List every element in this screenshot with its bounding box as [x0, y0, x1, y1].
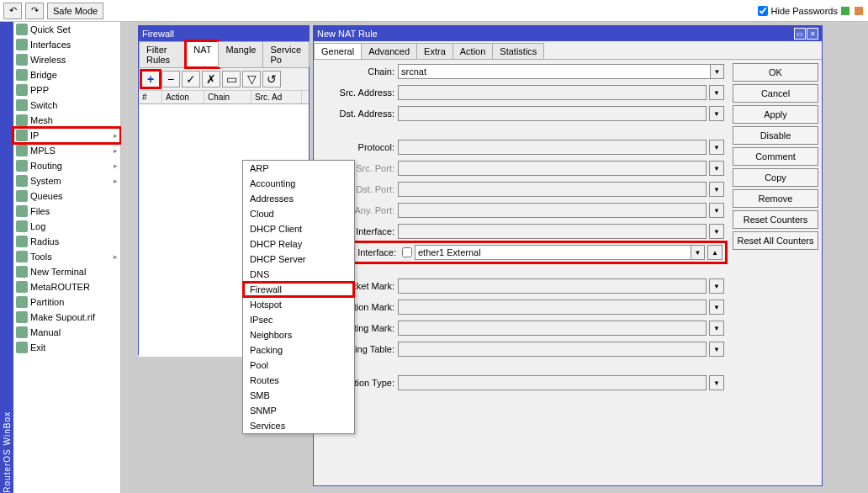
sidebar-item-wireless[interactable]: Wireless	[13, 52, 120, 67]
tab-statistics[interactable]: Statistics	[492, 43, 544, 59]
sidebar-item-system[interactable]: System	[13, 173, 120, 188]
sidebar-item-partition[interactable]: Partition	[13, 294, 120, 310]
column-header[interactable]: Src. Ad	[251, 91, 302, 103]
sidebar-item-tools[interactable]: Tools	[13, 249, 120, 264]
add-button[interactable]: +	[141, 71, 160, 87]
submenu-item-cloud[interactable]: Cloud	[243, 206, 354, 221]
sidebar-item-new-terminal[interactable]: New Terminal	[13, 264, 120, 279]
dst-address-input[interactable]	[398, 106, 707, 121]
sidebar-item-bridge[interactable]: Bridge	[13, 67, 120, 82]
disable-button[interactable]: Disable	[733, 126, 818, 145]
submenu-item-smb[interactable]: SMB	[243, 388, 354, 403]
any-port-expand[interactable]: ▼	[709, 203, 724, 218]
tab-mangle[interactable]: Mangle	[218, 41, 263, 67]
cancel-button[interactable]: Cancel	[733, 84, 818, 103]
sidebar-item-log[interactable]: Log	[13, 219, 120, 234]
submenu-item-firewall[interactable]: Firewall	[243, 282, 354, 297]
sidebar-item-make-supout.rif[interactable]: Make Supout.rif	[13, 310, 120, 325]
enable-button[interactable]: ✓	[182, 71, 200, 87]
protocol-input[interactable]	[398, 140, 707, 155]
out-interface-collapse[interactable]: ▲	[707, 245, 722, 260]
submenu-item-dns[interactable]: DNS	[243, 267, 354, 282]
column-header[interactable]: Chain	[204, 91, 251, 103]
tab-action[interactable]: Action	[453, 43, 494, 59]
src-address-input[interactable]	[398, 85, 707, 100]
close-icon[interactable]: ✕	[807, 28, 818, 40]
sidebar-item-ppp[interactable]: PPP	[13, 82, 120, 98]
submenu-item-packing[interactable]: Packing	[243, 342, 354, 358]
sidebar-item-radius[interactable]: Radius	[13, 234, 120, 249]
submenu-item-ipsec[interactable]: IPsec	[243, 312, 354, 327]
hide-passwords-checkbox[interactable]	[758, 6, 768, 16]
packet-mark-expand[interactable]: ▼	[709, 278, 724, 294]
comment-button[interactable]: Comment	[733, 147, 818, 166]
comment-button[interactable]: ▭	[222, 71, 241, 87]
undo-button[interactable]: ↶	[3, 3, 22, 19]
protocol-expand[interactable]: ▼	[709, 140, 724, 155]
apply-button[interactable]: Apply	[733, 105, 818, 124]
remove-button[interactable]: Remove	[733, 189, 818, 208]
submenu-item-dhcp-client[interactable]: DHCP Client	[243, 221, 354, 236]
submenu-item-dhcp-server[interactable]: DHCP Server	[243, 252, 354, 267]
chain-input[interactable]: srcnat	[398, 64, 711, 79]
packet-mark-input[interactable]	[398, 278, 707, 294]
minimize-icon[interactable]: ▭	[794, 28, 806, 40]
tab-nat[interactable]: NAT	[186, 41, 219, 67]
safe-mode-button[interactable]: Safe Mode	[47, 3, 103, 19]
reset-button[interactable]: ↺	[262, 71, 281, 87]
src-port-expand[interactable]: ▼	[709, 161, 724, 176]
sidebar-item-queues[interactable]: Queues	[13, 188, 120, 204]
redo-button[interactable]: ↷	[25, 3, 44, 19]
submenu-item-addresses[interactable]: Addresses	[243, 191, 354, 206]
connection-type-input[interactable]	[398, 375, 707, 390]
tab-extra[interactable]: Extra	[416, 43, 453, 59]
submenu-item-accounting[interactable]: Accounting	[243, 176, 354, 191]
routing-table-expand[interactable]: ▼	[709, 342, 724, 357]
tab-filter-rules[interactable]: Filter Rules	[139, 41, 187, 67]
tab-advanced[interactable]: Advanced	[361, 43, 417, 59]
submenu-item-pool[interactable]: Pool	[243, 358, 354, 373]
out-interface-dropdown[interactable]: ▼	[691, 245, 705, 260]
dst-port-expand[interactable]: ▼	[709, 182, 724, 197]
submenu-item-snmp[interactable]: SNMP	[243, 403, 354, 418]
submenu-item-services[interactable]: Services	[243, 418, 354, 433]
sidebar-item-ip[interactable]: IP	[13, 128, 120, 143]
routing-mark-expand[interactable]: ▼	[709, 321, 724, 336]
submenu-item-hotspot[interactable]: Hotspot	[243, 297, 354, 312]
routing-mark-input[interactable]	[398, 321, 707, 336]
src-address-expand[interactable]: ▼	[709, 85, 724, 100]
sidebar-item-quick-set[interactable]: Quick Set	[13, 22, 120, 37]
firewall-title-bar[interactable]: Firewall	[139, 26, 309, 41]
sidebar-item-files[interactable]: Files	[13, 204, 120, 219]
dst-address-expand[interactable]: ▼	[709, 106, 724, 121]
sidebar-item-interfaces[interactable]: Interfaces	[13, 37, 120, 52]
submenu-item-arp[interactable]: ARP	[243, 161, 354, 176]
tab-service-po[interactable]: Service Po	[262, 41, 310, 67]
submenu-item-dhcp-relay[interactable]: DHCP Relay	[243, 236, 354, 252]
remove-button[interactable]: −	[161, 71, 180, 87]
submenu-item-routes[interactable]: Routes	[243, 373, 354, 388]
disable-button[interactable]: ✗	[202, 71, 220, 87]
submenu-item-neighbors[interactable]: Neighbors	[243, 327, 354, 342]
column-header[interactable]: Action	[162, 91, 204, 103]
reset-counters-button[interactable]: Reset Counters	[733, 210, 818, 229]
copy-button[interactable]: Copy	[733, 168, 818, 187]
chain-dropdown[interactable]: ▼	[711, 64, 724, 79]
sidebar-item-exit[interactable]: Exit	[13, 340, 120, 355]
out-interface-input[interactable]: ether1 External	[415, 245, 691, 260]
connection-mark-expand[interactable]: ▼	[709, 300, 724, 315]
tab-general[interactable]: General	[314, 43, 362, 59]
sidebar-item-mesh[interactable]: Mesh	[13, 113, 120, 128]
reset-all-counters-button[interactable]: Reset All Counters	[733, 231, 818, 250]
sidebar-item-switch[interactable]: Switch	[13, 98, 120, 113]
connection-type-expand[interactable]: ▼	[709, 375, 724, 390]
in-interface-expand[interactable]: ▼	[709, 224, 724, 239]
sidebar-item-metarouter[interactable]: MetaROUTER	[13, 279, 120, 294]
out-interface-invert-checkbox[interactable]	[402, 247, 412, 257]
nat-title-bar[interactable]: New NAT Rule ▭ ✕	[314, 26, 822, 41]
column-header[interactable]: #	[139, 91, 162, 103]
sidebar-item-routing[interactable]: Routing	[13, 158, 120, 173]
sidebar-item-manual[interactable]: Manual	[13, 325, 120, 340]
filter-button[interactable]: ▽	[242, 71, 261, 87]
connection-mark-input[interactable]	[398, 300, 707, 315]
